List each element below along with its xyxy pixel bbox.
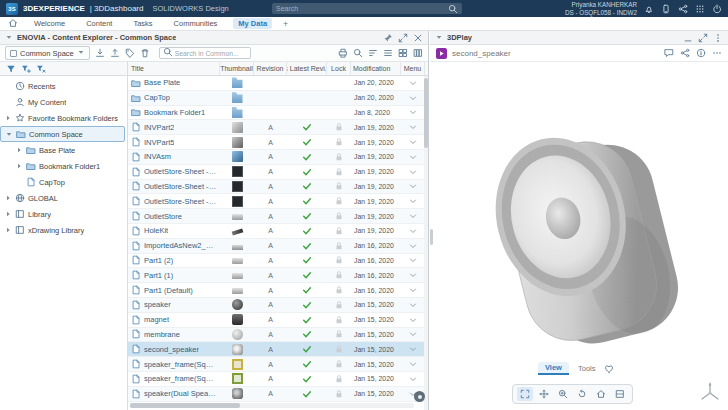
- column-header-lock[interactable]: Lock: [327, 62, 351, 75]
- column-header-is-latest-revi[interactable]: Is Latest Revi...: [287, 62, 327, 75]
- chevron-down-icon[interactable]: [408, 137, 418, 147]
- table-row-outletstore-sheet-2-internal-view[interactable]: OutletStore-Sheet - 2 - Internal ViewAJa…: [128, 194, 428, 209]
- filter-clear-icon[interactable]: [36, 64, 46, 74]
- chevron-down-icon[interactable]: [408, 107, 418, 117]
- explorer-search[interactable]: [159, 47, 251, 59]
- tree-item-recents[interactable]: Recents: [0, 78, 125, 94]
- print-icon[interactable]: [338, 48, 348, 58]
- table-row-outletstore-sheet-1-plans-and[interactable]: OutletStore-Sheet - 1 - Plans and ...AJa…: [128, 180, 428, 195]
- user-info[interactable]: Priyanka KANHERKAR DS - OSQFL058 - INDW2: [565, 1, 637, 16]
- zoom-tool-button[interactable]: [555, 387, 571, 401]
- sort-icon[interactable]: [368, 48, 378, 58]
- tab-welcome[interactable]: Welcome: [29, 18, 70, 29]
- chevron-down-icon[interactable]: [408, 270, 418, 280]
- caret-right-icon[interactable]: [4, 114, 12, 122]
- tree-item-my-content[interactable]: My Content: [0, 94, 125, 110]
- caret-right-icon[interactable]: [4, 210, 12, 218]
- chevron-down-icon[interactable]: [408, 167, 418, 177]
- caret-right-icon[interactable]: [4, 194, 12, 202]
- chevron-down-icon[interactable]: [408, 181, 418, 191]
- pin-icon[interactable]: [383, 33, 393, 43]
- table-row-base-plate[interactable]: Base PlateJan 20, 2020: [128, 76, 428, 91]
- power-icon[interactable]: [712, 4, 722, 14]
- 3ds-logo[interactable]: 3S: [6, 3, 18, 15]
- tab-tasks[interactable]: Tasks: [128, 18, 157, 29]
- table-row-part1-default[interactable]: Part1 (Default)AJan 16, 2020: [128, 283, 428, 298]
- caret-right-icon[interactable]: [15, 162, 23, 170]
- info-icon[interactable]: [696, 48, 706, 58]
- tree-item-library[interactable]: Library: [0, 206, 125, 222]
- filter-icon[interactable]: [6, 64, 16, 74]
- table-row-magnet[interactable]: magnetAJan 15, 2020: [128, 313, 428, 328]
- search-icon[interactable]: [448, 4, 458, 14]
- home-icon[interactable]: [8, 18, 18, 28]
- search-icon[interactable]: [353, 48, 363, 58]
- dots-icon[interactable]: [712, 48, 722, 58]
- view-tab-view[interactable]: View: [538, 362, 569, 375]
- chevron-down-icon[interactable]: [408, 344, 418, 354]
- tab-communities[interactable]: Communities: [169, 18, 223, 29]
- global-search[interactable]: [272, 3, 462, 14]
- caret-down-icon[interactable]: [77, 48, 85, 56]
- column-header-title[interactable]: Title: [128, 62, 220, 75]
- speaker-3d-model[interactable]: [430, 62, 728, 410]
- filter-add-icon[interactable]: [21, 64, 31, 74]
- suite-title[interactable]: SOLIDWORKS Design: [152, 4, 228, 13]
- chevron-down-icon[interactable]: [408, 93, 418, 103]
- chevron-down-icon[interactable]: [408, 329, 418, 339]
- tree-item-xdrawing-library[interactable]: xDrawing Library: [0, 222, 125, 238]
- table-row-speaker[interactable]: speakerAJan 15, 2020: [128, 298, 428, 313]
- chevron-down-icon[interactable]: [408, 315, 418, 325]
- caret-down-icon[interactable]: [5, 130, 13, 138]
- home-tool-button[interactable]: [593, 387, 609, 401]
- table-row-importedasnew2-cantilever-be[interactable]: ImportedAsNew2_Cantilever_Be...AJan 16, …: [128, 239, 428, 254]
- expand-icon[interactable]: [398, 33, 408, 43]
- tree-item-common-space[interactable]: Common Space: [0, 126, 125, 142]
- table-row-membrane[interactable]: membraneAJan 15, 2020: [128, 328, 428, 343]
- table-row-speaker-frame-square-cutout-gl[interactable]: speaker_frame(Square Cutout Gl...AJan 15…: [128, 357, 428, 372]
- chevron-down-icon[interactable]: [408, 300, 418, 310]
- pan-tool-button[interactable]: [536, 387, 552, 401]
- share-icon[interactable]: [680, 48, 690, 58]
- comment-icon[interactable]: [664, 48, 674, 58]
- caret-right-icon[interactable]: [15, 146, 23, 154]
- chevron-down-icon[interactable]: [408, 285, 418, 295]
- global-search-input[interactable]: [276, 5, 445, 12]
- list-icon[interactable]: [383, 48, 393, 58]
- column-header-modification[interactable]: Modification: [351, 62, 401, 75]
- tree-item-global[interactable]: GLOBAL: [0, 190, 125, 206]
- table-row-invpart2[interactable]: INVPart2AJan 19, 2020: [128, 120, 428, 135]
- tree-item-captop[interactable]: CapTop: [0, 174, 125, 190]
- caret-down-icon[interactable]: [5, 33, 13, 41]
- tree-item-base-plate[interactable]: Base Plate: [0, 142, 125, 158]
- horizontal-scrollbar[interactable]: [130, 403, 414, 408]
- menu-icon[interactable]: [713, 33, 723, 43]
- close-icon[interactable]: [413, 33, 423, 43]
- heart-icon[interactable]: [604, 364, 614, 374]
- view-tab-tools[interactable]: Tools: [571, 363, 603, 374]
- trash-icon[interactable]: [140, 48, 150, 58]
- caret-down-icon[interactable]: [435, 33, 443, 41]
- table-row-outletstore[interactable]: OutletStoreAJan 19, 2020: [128, 209, 428, 224]
- upload-icon[interactable]: [110, 48, 120, 58]
- phone-icon[interactable]: [661, 4, 671, 14]
- column-header-revision[interactable]: Revision: [254, 62, 287, 75]
- 3d-compass[interactable]: [697, 379, 723, 405]
- column-header-menu[interactable]: Menu: [401, 62, 425, 75]
- section-tool-button[interactable]: [612, 387, 628, 401]
- expand-icon[interactable]: [698, 33, 708, 43]
- bell-icon[interactable]: [644, 4, 654, 14]
- table-row-invpart5[interactable]: INVPart5AJan 19, 2020: [128, 135, 428, 150]
- tag-icon[interactable]: [125, 48, 135, 58]
- add-tab-button[interactable]: +: [283, 19, 288, 29]
- table-row-speaker-frame-square-cutout-mo[interactable]: speaker_frame(Square Cutout Mo...AJan 15…: [128, 372, 428, 387]
- chevron-down-icon[interactable]: [408, 122, 418, 132]
- chevron-down-icon[interactable]: [408, 359, 418, 369]
- apps-icon[interactable]: [695, 4, 705, 14]
- chevron-down-icon[interactable]: [408, 255, 418, 265]
- table-row-speaker-dual-speakers[interactable]: speaker(Dual Speakers)AJan 15, 2020: [128, 387, 428, 402]
- table-row-second-speaker[interactable]: second_speakerAJan 15, 2020: [128, 342, 428, 357]
- table-row-part1-2[interactable]: Part1 (2)AJan 16, 2020: [128, 254, 428, 269]
- table-row-bookmark-folder1[interactable]: Bookmark Folder1Jan 8, 2020: [128, 106, 428, 121]
- select-all-checkbox[interactable]: [10, 50, 17, 57]
